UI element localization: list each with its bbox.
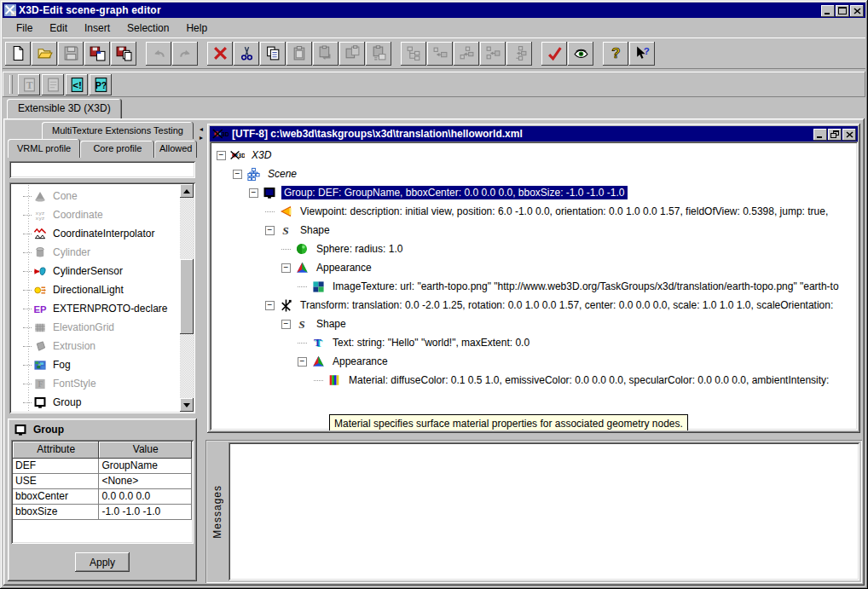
tree-node-appearance[interactable]: −Appearance xyxy=(210,352,858,371)
menu-item-edit[interactable]: Edit xyxy=(41,20,76,37)
toolbar-button-open-folder[interactable] xyxy=(32,42,57,66)
attribute-editor-header: Group xyxy=(10,420,194,439)
attribute-editor-title: Group xyxy=(33,424,64,436)
tree-node-transform[interactable]: −Transform: translation: 0.0 -2.0 1.25, … xyxy=(210,296,858,315)
palette-node-label: DirectionalLight xyxy=(53,284,124,296)
menu-item-selection[interactable]: Selection xyxy=(119,20,177,37)
attribute-value-cell[interactable]: <None> xyxy=(99,474,192,489)
toolbar-button-help-question[interactable]: ? xyxy=(603,42,628,66)
palette-node-cylindersensor[interactable]: CylinderSensor xyxy=(13,262,195,280)
minimize-button[interactable] xyxy=(821,5,835,17)
menu-bar: FileEditInsertSelectionHelp xyxy=(3,19,865,38)
tree-node-material[interactable]: Material: diffuseColor: 0.1 0.5 1.0, emi… xyxy=(210,371,858,390)
tree-line xyxy=(23,215,32,216)
maximize-icon xyxy=(838,7,847,14)
palette-button-page-xml-decl[interactable]: <! xyxy=(66,74,88,95)
profile-tab-vrml-profile[interactable]: VRML profile xyxy=(8,139,80,158)
svg-text:S: S xyxy=(282,224,288,237)
attribute-table-wrap: Attribute Value DEFGroupNameUSE<None>bbo… xyxy=(11,440,194,544)
attribute-value-cell[interactable]: 0.0 0.0 0.0 xyxy=(99,489,192,505)
toolbar-button-new-document[interactable] xyxy=(5,42,31,66)
profile-tab-core-profile[interactable]: Core profile xyxy=(80,141,154,158)
attribute-row-bboxcenter: bboxCenter0.0 0.0 0.0 xyxy=(13,489,192,505)
minimize-icon xyxy=(824,7,832,14)
tree-node-group[interactable]: −Group: DEF: GroupName, bboxCenter: 0.0 … xyxy=(210,183,858,202)
scrollbar-track[interactable] xyxy=(180,198,194,398)
palette-node-coordinateinterpolator[interactable]: CoordinateInterpolator xyxy=(13,224,195,243)
tree-node-viewpoint[interactable]: Viewpoint: description: initial view, po… xyxy=(210,202,858,221)
tree-collapse-icon[interactable]: − xyxy=(265,301,275,310)
node-filter-input[interactable] xyxy=(9,161,195,178)
tree-node-sphere[interactable]: Sphere: radius: 1.0 xyxy=(210,240,858,258)
tree-node-label: Shape xyxy=(298,223,333,237)
tree-node-shape[interactable]: −SShape xyxy=(210,315,858,333)
attribute-value-cell[interactable]: -1.0 -1.0 -1.0 xyxy=(99,505,192,520)
tree-node-appearance[interactable]: −Appearance xyxy=(210,258,858,277)
toolbar-button-preview-eye[interactable] xyxy=(568,42,593,66)
apply-button[interactable]: Apply xyxy=(75,552,130,572)
toolbar-button-save-as-docs[interactable] xyxy=(84,42,110,66)
cylinder-sensor-icon xyxy=(32,264,48,278)
tree-collapse-icon[interactable]: − xyxy=(281,263,291,273)
tree-collapse-icon[interactable]: − xyxy=(249,188,258,198)
toolbar-button-cut[interactable] xyxy=(234,42,259,66)
maximize-button[interactable] xyxy=(836,5,849,17)
tree-collapse-icon[interactable]: − xyxy=(298,357,307,367)
tree-node-label: Shape xyxy=(314,317,349,331)
palette-node-directionallight[interactable]: DirectionalLight xyxy=(13,280,195,299)
profile-tab-allowed[interactable]: Allowed xyxy=(154,141,197,158)
collapse-left-icon[interactable]: ◂ xyxy=(200,126,203,133)
tree-node-shape[interactable]: −SShape xyxy=(210,221,858,240)
tree-line xyxy=(281,249,291,250)
tree-node-x3d[interactable]: −3DX3D xyxy=(210,146,858,165)
tree-node-text[interactable]: TTText: string: "Hello" "world!", maxExt… xyxy=(210,333,858,352)
toolbar-button-delete[interactable] xyxy=(207,42,233,66)
tree-node-label: Transform: translation: 0.0 -2.0 1.25, r… xyxy=(298,298,836,312)
close-icon xyxy=(854,8,861,14)
tab-multitexture-extensions[interactable]: MultiTexture Extensions Testing xyxy=(42,122,194,139)
window-controls xyxy=(820,3,864,18)
palette-node-externproto-declare[interactable]: EPEXTERNPROTO-declare xyxy=(13,299,195,318)
close-button[interactable] xyxy=(850,5,864,17)
collapse-right-icon[interactable]: ▸ xyxy=(200,135,203,141)
tree-line xyxy=(23,309,32,309)
palette-toolbar: T<!P? xyxy=(3,72,865,97)
document-tab-row: Extensible 3D (X3D) xyxy=(7,99,122,119)
toolbar-button-validate-check[interactable] xyxy=(541,42,567,66)
menu-item-file[interactable]: File xyxy=(8,20,41,37)
scroll-down-button[interactable] xyxy=(180,398,194,412)
toolbar-separator xyxy=(594,42,602,66)
menu-item-insert[interactable]: Insert xyxy=(76,20,119,37)
tree-node-imagetexture[interactable]: ImageTexture: url: "earth-topo.png" "htt… xyxy=(210,277,858,296)
viewpoint-icon xyxy=(278,205,293,219)
attribute-value-cell[interactable]: GroupName xyxy=(99,459,192,474)
attribute-name-cell: DEF xyxy=(13,459,99,474)
scrollbar-thumb[interactable] xyxy=(180,259,194,334)
toolbar-button-save-copy[interactable] xyxy=(111,42,136,66)
document-restore-button[interactable] xyxy=(828,129,842,141)
palette-node-label: Cylinder xyxy=(53,246,90,258)
tree-collapse-icon[interactable]: − xyxy=(281,320,291,329)
split-divider[interactable]: ◂ ▸ xyxy=(199,121,205,583)
toolbar-button-context-help[interactable]: ? xyxy=(629,42,655,66)
toolbar-button-copy[interactable] xyxy=(260,42,286,66)
messages-tab[interactable]: Messages xyxy=(208,442,227,580)
document-titlebar[interactable]: 3D [UTF-8] c:\web3d\taskgroups\x3d\trans… xyxy=(210,126,858,141)
document-minimize-button[interactable] xyxy=(813,129,827,141)
tree-collapse-icon[interactable]: − xyxy=(233,170,242,179)
palette-node-group[interactable]: Group xyxy=(13,393,195,412)
toolbar-grip[interactable] xyxy=(9,75,13,94)
document-close-button[interactable] xyxy=(842,129,856,141)
scroll-up-button[interactable] xyxy=(180,184,194,198)
tree-collapse-icon[interactable]: − xyxy=(217,151,226,160)
page-text-icon: T xyxy=(21,77,38,93)
palette-node-label: ElevationGrid xyxy=(53,321,114,333)
menu-item-help[interactable]: Help xyxy=(177,20,216,37)
tab-extensible-3d[interactable]: Extensible 3D (X3D) xyxy=(7,99,122,118)
tree-node-label: Text: string: "Hello" "world!", maxExten… xyxy=(330,336,532,349)
palette-button-page-pi[interactable]: P? xyxy=(90,74,112,95)
tree-collapse-icon[interactable]: − xyxy=(265,226,275,235)
scene-tree: −3DX3D−Scene−Group: DEF: GroupName, bbox… xyxy=(210,141,858,430)
palette-node-fog[interactable]: Fog xyxy=(13,355,195,374)
tree-node-scene[interactable]: −Scene xyxy=(210,165,858,183)
